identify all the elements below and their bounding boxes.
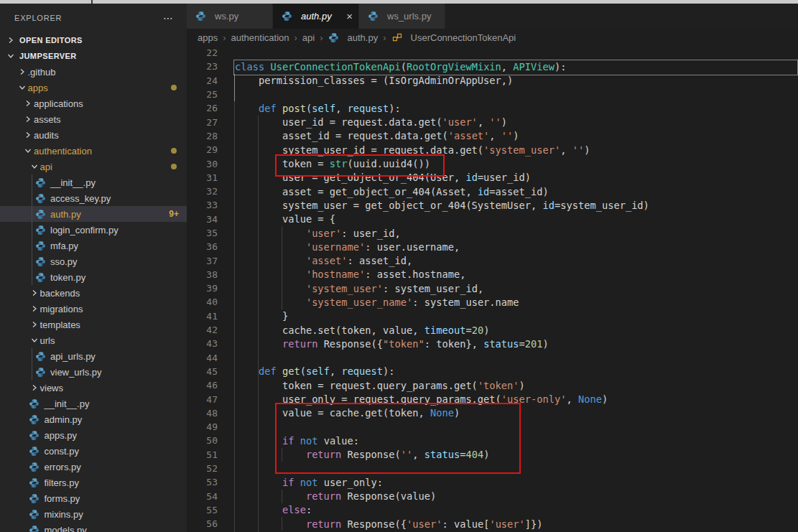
tree-folder-api[interactable]: api: [0, 159, 187, 174]
code-line-text: user_only = request.query_params.get('us…: [218, 393, 608, 405]
tree-file-mfa.py[interactable]: mfa.py: [0, 238, 187, 253]
breadcrumb-item-api[interactable]: api: [302, 32, 315, 43]
code-line[interactable]: 28 asset_id = request.data.get('asset', …: [187, 129, 798, 143]
code-line[interactable]: 35 'user': user_id,: [187, 226, 798, 240]
tree-file-models.py[interactable]: models.py: [0, 522, 187, 532]
python-file-icon: [29, 429, 40, 441]
tree-file-forms.py[interactable]: forms.py: [0, 490, 187, 506]
tree-file-admin.py[interactable]: admin.py: [0, 411, 187, 427]
code-line[interactable]: 50 if not value:: [187, 434, 798, 447]
tab-auth.py[interactable]: auth.py×: [273, 4, 359, 29]
explorer-title: EXPLORER: [14, 14, 62, 22]
code-line[interactable]: 41 }: [187, 309, 798, 323]
code-line[interactable]: 45 def get(self, request):: [187, 365, 798, 378]
code-line[interactable]: 29 system_user_id = request.data.get('sy…: [187, 143, 798, 157]
code-line-text: permission_classes = (IsOrgAdminOrAppUse…: [218, 75, 513, 86]
code-line[interactable]: 42 cache.set(token, value, timeout=20): [187, 323, 798, 337]
code-line[interactable]: 34 value = {: [187, 213, 798, 226]
code-line[interactable]: 47 user_only = request.query_params.get(…: [187, 392, 798, 406]
code-line[interactable]: 51 return Response('', status=404): [187, 448, 798, 462]
tab-ws_urls.py[interactable]: ws_urls.py: [359, 4, 445, 29]
code-line[interactable]: 26 def post(self, request):: [187, 101, 798, 115]
close-icon[interactable]: ×: [346, 11, 353, 22]
code-line[interactable]: 25: [187, 88, 798, 101]
breadcrumb-item-apps[interactable]: apps: [198, 32, 218, 43]
tree-file-auth.py[interactable]: auth.py9+: [0, 206, 187, 222]
code-line[interactable]: 54 return Response(value): [187, 490, 798, 503]
code-line[interactable]: 44: [187, 351, 798, 365]
tree-folder-assets[interactable]: assets: [0, 111, 187, 127]
tree-file-__init__.py[interactable]: __init__.py: [0, 174, 187, 190]
code-line[interactable]: 48 value = cache.get(token, None): [187, 406, 798, 420]
tree-file-const.py[interactable]: const.py: [0, 443, 187, 459]
tree-file-view_urls.py[interactable]: view_urls.py: [0, 364, 187, 380]
code-line[interactable]: 53 if not user_only:: [187, 475, 798, 489]
code-line[interactable]: 27 user_id = request.data.get('user', ''…: [187, 115, 798, 129]
python-file-icon: [367, 11, 379, 22]
tree-file-apps.py[interactable]: apps.py: [0, 427, 187, 443]
tree-folder-apps[interactable]: apps: [0, 80, 187, 95]
tree-folder-views[interactable]: views: [0, 380, 187, 396]
tree-file-errors.py[interactable]: errors.py: [0, 459, 187, 475]
python-file-icon: [34, 224, 46, 235]
code-line[interactable]: 33 system_user = get_object_or_404(Syste…: [187, 198, 798, 212]
tree-file-filters.py[interactable]: filters.py: [0, 475, 187, 490]
line-number: 25: [187, 89, 218, 100]
line-number: 35: [187, 228, 218, 238]
tree-file-api_urls.py[interactable]: api_urls.py: [0, 348, 187, 364]
tree-file-mixins.py[interactable]: mixins.py: [0, 506, 187, 522]
line-number: 52: [187, 463, 218, 474]
code-line[interactable]: 37 'asset': asset_id,: [187, 253, 798, 267]
code-line[interactable]: 56 return Response({'user': value['user'…: [187, 517, 798, 531]
tree-folder-.github[interactable]: .github: [0, 64, 187, 80]
breadcrumb-item-UserConnectionTokenApi[interactable]: UserConnectionTokenApi: [391, 32, 516, 43]
tree-folder-migrations[interactable]: migrations: [0, 301, 187, 317]
vscode-window: EXPLORER ⋯ OPEN EDITORS JUMPSERVER .gith…: [0, 4, 798, 532]
code-line[interactable]: 40 'system_user_name': system_user.name: [187, 295, 798, 309]
code-line-text: system_user = get_object_or_404(SystemUs…: [218, 200, 649, 211]
tree-file-access_key.py[interactable]: access_key.py: [0, 190, 187, 206]
tree-file-__init__.py[interactable]: __init__.py: [0, 396, 187, 411]
tree-folder-authentication[interactable]: authentication: [0, 143, 187, 159]
open-editors-section[interactable]: OPEN EDITORS: [0, 32, 187, 48]
code-line[interactable]: 55 else:: [187, 503, 798, 517]
tab-ws.py[interactable]: ws.py: [187, 4, 273, 29]
code-line[interactable]: 39 'system_user': system_user_id,: [187, 281, 798, 295]
code-line[interactable]: 22: [187, 46, 798, 60]
line-number: 55: [187, 505, 218, 515]
code-line[interactable]: 38 'hostname': asset.hostname,: [187, 268, 798, 281]
code-line[interactable]: 31 user = get_object_or_404(User, id=use…: [187, 171, 798, 185]
more-actions-icon[interactable]: ⋯: [163, 12, 174, 24]
code-line[interactable]: 49: [187, 420, 798, 434]
tree-file-login_confirm.py[interactable]: login_confirm.py: [0, 222, 187, 238]
code-line[interactable]: 32 asset = get_object_or_404(Asset, id=a…: [187, 185, 798, 198]
code-line-text: if not user_only:: [218, 477, 383, 488]
code-line[interactable]: 52: [187, 462, 798, 475]
tree-folder-applications[interactable]: applications: [0, 95, 187, 111]
line-number: 56: [187, 518, 218, 529]
tree-file-sso.py[interactable]: sso.py: [0, 253, 187, 269]
tree-folder-templates[interactable]: templates: [0, 317, 187, 332]
modified-dot-badge: [171, 85, 177, 90]
chevron-right-icon: [17, 66, 28, 78]
tree-folder-backends[interactable]: backends: [0, 285, 187, 301]
breadcrumb-item-auth.py[interactable]: auth.py: [328, 32, 379, 43]
tree-folder-audits[interactable]: audits: [0, 127, 187, 143]
workspace-root-section[interactable]: JUMPSERVER: [0, 48, 187, 64]
code-line-text: system_user_id = request.data.get('syste…: [218, 144, 590, 156]
tree-file-token.py[interactable]: token.py: [0, 269, 187, 285]
tree-item-label: urls: [40, 335, 55, 346]
code-line[interactable]: 36 'username': user.username,: [187, 240, 798, 253]
chevron-right-icon: [29, 303, 40, 314]
python-file-icon: [29, 414, 40, 425]
tree-folder-urls[interactable]: urls: [0, 332, 187, 348]
code-line[interactable]: 24 permission_classes = (IsOrgAdminOrApp…: [187, 74, 798, 88]
code-line-text: asset_id = request.data.get('asset', ''): [218, 130, 519, 141]
code-line[interactable]: 23class UserConnectionTokenApi(RootOrgVi…: [187, 60, 798, 73]
code-line[interactable]: 43 return Response({"token": token}, sta…: [187, 337, 798, 350]
code-line[interactable]: 46 token = request.query_params.get('tok…: [187, 378, 798, 392]
code-line-text: 'system_user': system_user_id,: [218, 283, 483, 294]
breadcrumb-item-authentication[interactable]: authentication: [231, 32, 289, 43]
code-line[interactable]: 30 token = str(uuid.uuid4()): [187, 157, 798, 170]
tree-item-label: login_confirm.py: [50, 225, 119, 235]
